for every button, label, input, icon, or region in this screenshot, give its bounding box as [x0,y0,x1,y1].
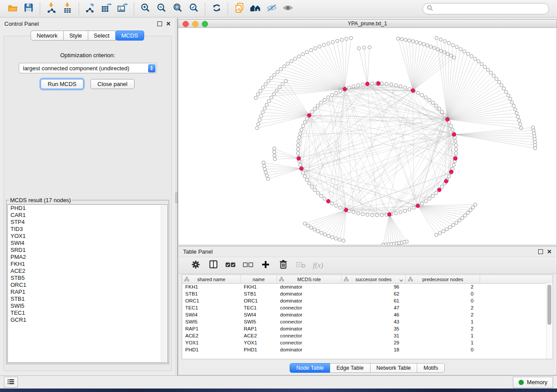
table-row[interactable]: STB1STB1dominator620 [182,290,547,297]
export-table-button[interactable] [98,2,114,16]
table-settings-button[interactable] [187,259,204,272]
zoom-out-button[interactable] [153,2,170,16]
tab-edge-table[interactable]: Edge Table [330,363,370,373]
list-item[interactable]: YOX1 [8,233,167,240]
close-table-panel-icon[interactable]: ✕ [547,249,552,254]
table-scrollbar[interactable] [546,283,553,359]
network-window-titlebar[interactable]: YPA_prune.txt_1 [178,20,557,28]
memory-button[interactable]: Memory [513,377,553,388]
toolbar-separator [40,3,40,15]
table-row[interactable]: YOX1YOX1connector291 [182,339,547,346]
import-table-button[interactable] [59,2,76,16]
list-item[interactable]: STB5 [8,275,167,282]
deselect-all-button[interactable] [239,259,257,272]
tab-node-table[interactable]: Node Table [290,363,330,373]
tab-style[interactable]: Style [63,31,88,41]
table-row[interactable]: RAP1RAP1dominator352 [182,325,547,332]
function-builder-button[interactable]: f(x) [309,259,327,272]
attribute-icon [184,277,189,282]
table-row[interactable]: SWI5SWI5connector431 [182,318,547,325]
optimization-criterion-select[interactable]: largest connected component (undirected) [19,63,157,73]
zoom-in-button[interactable] [137,2,153,16]
list-item[interactable]: PHD1 [8,205,167,212]
table-scrollbar-thumb[interactable] [547,285,551,325]
table-cell: YOX1 [182,339,241,346]
search-input[interactable] [433,5,545,12]
list-item[interactable]: SWI4 [8,240,167,247]
minimize-window-light[interactable] [192,21,198,27]
save-session-button[interactable] [21,2,37,16]
table-row[interactable]: TEC1TEC1connector472 [182,304,547,311]
table-cell: PHD1 [241,346,277,353]
unchecked-boxes-icon [243,261,253,269]
table-cell: RAP1 [241,325,277,332]
list-item[interactable]: STB1 [8,296,167,303]
add-row-button[interactable] [257,259,274,272]
column-header-predecessor-nodes[interactable]: predecessor nodes [406,275,480,283]
list-item[interactable]: TEC1 [8,309,167,316]
refresh-layout-button[interactable] [208,2,225,16]
tab-motifs[interactable]: Motifs [417,363,444,373]
search-field[interactable] [422,3,549,14]
close-window-light[interactable] [183,21,189,27]
table-cell: SWI5 [182,318,241,325]
table-row[interactable]: PHD1PHD1dominator180 [182,346,547,353]
home-button[interactable] [247,2,263,16]
list-item[interactable]: FKH1 [8,261,167,268]
column-header-name[interactable]: name [241,275,277,283]
table-row[interactable]: FKH1FKH1dominator962 [182,283,547,290]
column-header-successor-nodes[interactable]: successor nodes [342,275,406,283]
list-item[interactable]: PMA2 [8,254,167,261]
tab-network[interactable]: Network [31,31,64,41]
close-panel-button[interactable]: Close panel [90,79,135,89]
float-panel-icon[interactable] [157,21,162,26]
share-document-button[interactable] [231,2,247,16]
select-all-button[interactable] [222,259,239,272]
table-cell: connector [277,332,342,339]
delete-table-button[interactable] [292,259,309,272]
export-image-button[interactable] [114,2,131,16]
tab-network-table[interactable]: Network Table [370,363,418,373]
list-item[interactable]: GCR1 [8,316,167,323]
task-history-button[interactable] [4,377,18,388]
table-row[interactable]: SWI4SWI4dominator462 [182,311,547,318]
delete-rows-button[interactable] [274,259,292,272]
table-cell: 35 [342,325,406,332]
list-item[interactable]: CAR1 [8,212,167,219]
zoom-fit-button[interactable] [170,2,186,16]
table-cell: 1 [406,332,480,339]
network-graph[interactable] [178,28,557,245]
import-network-button[interactable] [43,2,59,16]
column-header-shared-name[interactable]: shared name [182,275,241,283]
mcds-result-list[interactable]: PHD1CAR1STP4TID3YOX1SWI4SRD1PMA2FKH1ACE2… [7,204,168,363]
tab-select[interactable]: Select [88,31,116,41]
table-row[interactable]: ACE2ACE2connector311 [182,332,547,339]
export-network-button[interactable] [82,2,98,16]
table-cell: connector [277,339,342,346]
tab-mcds[interactable]: MCDS [115,31,144,41]
show-all-button[interactable] [280,2,296,16]
control-panel: Control Panel ✕ Network Style Select MCD… [0,18,175,375]
splitter-grip[interactable] [175,193,177,203]
table-cell: 2 [406,304,480,311]
list-item[interactable]: ORC1 [8,282,167,289]
result-list-scrollbar[interactable] [161,205,167,362]
list-item[interactable]: ACE2 [8,268,167,275]
open-session-button[interactable] [4,2,21,16]
show-columns-button[interactable] [204,259,222,272]
list-item[interactable]: TID3 [8,226,167,233]
run-mcds-button[interactable]: Run MCDS [41,79,83,89]
list-item[interactable]: SWI5 [8,303,167,309]
zoom-window-light[interactable] [202,21,208,27]
table-cell: 29 [342,339,406,346]
table-row[interactable]: ORC1ORC1dominator610 [182,297,547,304]
hide-selected-button[interactable] [263,2,280,16]
float-table-panel-icon[interactable] [538,249,543,254]
close-panel-icon[interactable]: ✕ [166,21,171,27]
list-item[interactable]: RAP1 [8,289,167,296]
list-item[interactable]: SRD1 [8,247,167,254]
column-header-mcds-role[interactable]: MCDS role [277,275,342,283]
list-item[interactable]: STP4 [8,219,167,226]
zoom-selected-button[interactable] [186,2,202,16]
network-canvas[interactable] [178,28,557,245]
